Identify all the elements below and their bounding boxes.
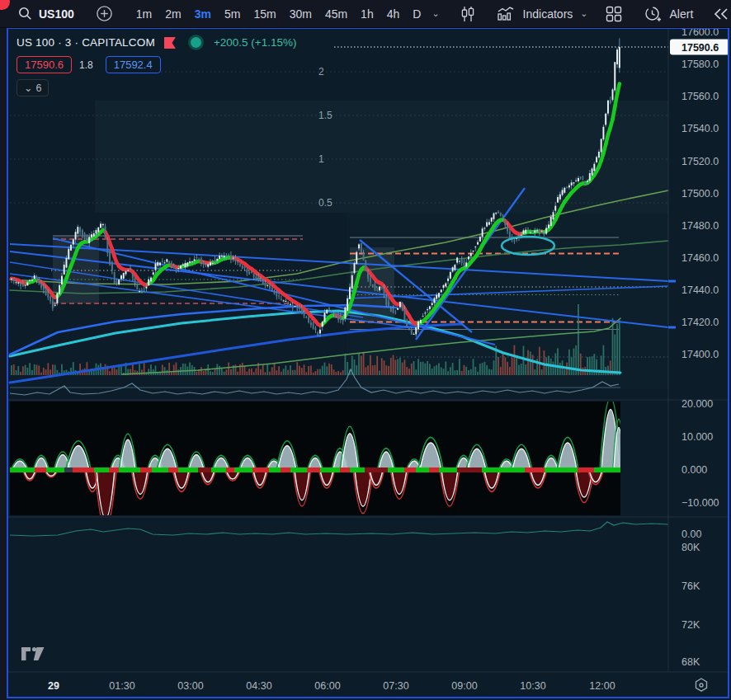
svg-text:10:30: 10:30 [520,680,545,692]
svg-text:04:30: 04:30 [246,680,271,692]
price-scale[interactable]: 17600.017580.017560.017540.017520.017500… [668,26,729,360]
alert-clock-icon[interactable] [639,2,667,26]
svg-text:17590.6: 17590.6 [681,42,719,54]
chart-canvas[interactable]: 21.510.517600.017580.017560.017540.01752… [0,0,731,700]
notification-badge[interactable] [0,0,10,10]
indicators-button[interactable]: Indicators [523,7,573,21]
svg-text:17460.0: 17460.0 [681,252,719,264]
svg-text:72K: 72K [681,619,700,631]
spread-value: 1.8 [79,59,93,71]
tradingview-logo[interactable] [21,646,45,665]
chart-style-candles-icon[interactable] [455,2,480,26]
svg-text:09:00: 09:00 [451,680,477,692]
replay-icon[interactable] [708,2,731,26]
alert-button[interactable]: Alert [670,7,694,21]
svg-text:17520.0: 17520.0 [681,156,719,167]
indicators-chevron-icon[interactable]: ⌄ [576,8,592,19]
svg-text:68K: 68K [681,656,700,668]
svg-text:80K: 80K [681,542,700,553]
time-axis[interactable]: 2901:3003:0004:3006:0007:3009:0010:3012:… [48,680,615,692]
compare-add-icon[interactable] [91,2,118,26]
svg-text:0.5: 0.5 [318,197,332,209]
svg-text:29: 29 [48,680,59,692]
bottom-indicator-line [10,522,668,536]
svg-text:17500.0: 17500.0 [681,188,719,200]
timeframe-45m[interactable]: 45m [318,4,354,24]
top-toolbar: US100 1m2m3m5m15m30m45m1h4hD ⌄ Indicator… [0,0,731,28]
symbol-search-icon[interactable] [13,2,37,26]
svg-text:03:00: 03:00 [177,680,203,692]
timeframe-1m[interactable]: 1m [130,4,158,24]
tradingview-window: US100 1m2m3m5m15m30m45m1h4hD ⌄ Indicator… [0,0,731,700]
volume-scale[interactable]: 0.0080K76K72K68K [681,529,701,668]
legend-collapse-button[interactable]: ⌄ 6 [17,79,49,96]
svg-text:1.5: 1.5 [318,110,332,121]
chart-legend: US 100 · 3 · CAPITALCOM +200.5 (+1.15%) … [17,35,296,102]
svg-text:20.000: 20.000 [681,398,713,410]
timeframe-15m[interactable]: 15m [247,4,282,24]
svg-text:2: 2 [318,66,324,78]
svg-text:10.000: 10.000 [681,431,713,443]
timeframe-5m[interactable]: 5m [218,4,247,24]
svg-text:−10.000: −10.000 [681,497,719,509]
svg-text:76K: 76K [681,580,700,592]
svg-text:17440.0: 17440.0 [681,284,719,296]
svg-text:12:00: 12:00 [589,680,615,692]
chevron-down-icon: ⌄ [24,82,32,94]
svg-text:17540.0: 17540.0 [681,123,719,134]
symbol-title[interactable]: US 100 · 3 · CAPITALCOM [17,36,155,49]
sell-price-button[interactable]: 17590.6 [17,56,72,73]
symbol-search-input[interactable]: US100 [39,7,74,21]
timeframe-4h[interactable]: 4h [380,4,407,24]
timeframe-group: 1m2m3m5m15m30m45m1h4hD [130,4,428,24]
market-status-icon[interactable] [188,35,204,50]
flag-icon[interactable] [163,37,177,49]
svg-text:17580.0: 17580.0 [681,59,719,70]
timeframe-3m[interactable]: 3m [188,4,218,24]
background-tint-layer [95,101,668,389]
svg-text:0.00: 0.00 [681,529,701,540]
timeframe-dropdown-chevron-icon[interactable]: ⌄ [427,8,443,19]
svg-text:06:00: 06:00 [314,680,340,692]
svg-text:0.000: 0.000 [681,464,707,476]
indicators-icon[interactable] [492,2,520,26]
svg-text:07:30: 07:30 [383,680,408,692]
svg-text:17420.0: 17420.0 [681,317,719,328]
svg-text:17480.0: 17480.0 [681,220,719,232]
timeframe-1h[interactable]: 1h [354,4,380,24]
indicator-count: 6 [35,82,41,94]
timeframe-30m[interactable]: 30m [283,4,318,24]
timeframe-2m[interactable]: 2m [158,4,187,24]
svg-text:17400.0: 17400.0 [681,349,719,360]
buy-price-button[interactable]: 17592.4 [106,56,161,73]
price-change: +200.5 (+1.15%) [214,36,297,49]
svg-text:17560.0: 17560.0 [681,91,719,102]
svg-text:17600.0: 17600.0 [681,26,719,38]
oscillator-pane [10,397,625,528]
svg-text:1: 1 [318,153,324,165]
timeframe-D[interactable]: D [406,4,427,24]
oscillator-scale[interactable]: 20.00010.0000.000−10.000 [681,398,719,509]
layout-grid-icon[interactable] [601,2,627,26]
svg-text:01:30: 01:30 [109,680,134,692]
pane-settings-gear-icon[interactable] [696,679,707,691]
